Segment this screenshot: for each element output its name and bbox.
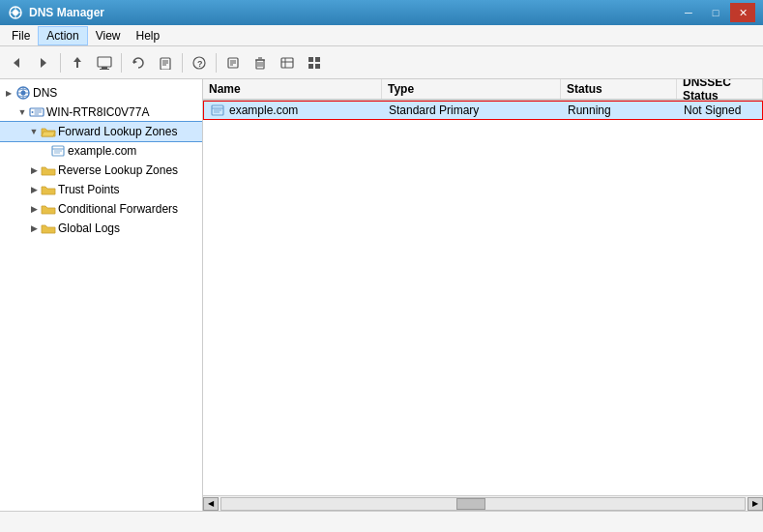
list-header: Name Type Status DNSSEC Status bbox=[203, 79, 763, 101]
tree-arrow-global: ▶ bbox=[27, 223, 41, 233]
folder-icon-conditional bbox=[41, 201, 56, 217]
col-header-dnssec[interactable]: DNSSEC Status bbox=[677, 79, 763, 99]
tree-label-dns: DNS bbox=[33, 86, 57, 100]
scroll-track[interactable] bbox=[220, 497, 746, 511]
menu-view[interactable]: View bbox=[88, 27, 129, 44]
up-button[interactable] bbox=[65, 50, 90, 75]
server-icon bbox=[29, 104, 44, 120]
zone-icon bbox=[50, 143, 66, 159]
maximize-button[interactable]: □ bbox=[703, 3, 728, 22]
toolbar: ? bbox=[0, 46, 763, 79]
dns-icon bbox=[15, 85, 31, 101]
svg-rect-10 bbox=[100, 69, 109, 70]
cell-name-example: example.com bbox=[204, 102, 383, 119]
col-header-status[interactable]: Status bbox=[561, 79, 677, 99]
tree-label-example: example.com bbox=[68, 144, 136, 158]
cell-dnssec-example: Not Signed bbox=[678, 102, 762, 119]
properties-list-button[interactable] bbox=[275, 50, 300, 75]
list-row-example-com[interactable]: example.com Standard Primary Running Not… bbox=[203, 101, 763, 120]
tree-label-server: WIN-RTR8IC0V77A bbox=[46, 105, 149, 119]
row-zone-icon bbox=[210, 103, 225, 118]
menu-help[interactable]: Help bbox=[129, 27, 168, 44]
cell-type-example: Standard Primary bbox=[383, 102, 562, 119]
right-panel: Name Type Status DNSSEC Status bbox=[203, 79, 763, 511]
scroll-right-button[interactable]: ▶ bbox=[748, 497, 763, 511]
svg-rect-12 bbox=[161, 58, 170, 70]
horizontal-scrollbar[interactable]: ◀ ▶ bbox=[203, 495, 763, 511]
tree-item-trust-points[interactable]: ▶ Trust Points bbox=[0, 180, 202, 199]
window-controls: ─ □ ✕ bbox=[676, 3, 755, 22]
tree-label-forward: Forward Lookup Zones bbox=[58, 125, 177, 138]
tree-item-conditional-forwarders[interactable]: ▶ Conditional Forwarders bbox=[0, 199, 202, 219]
tree-arrow-trust: ▶ bbox=[27, 185, 41, 194]
col-header-type[interactable]: Type bbox=[382, 79, 561, 99]
tree-label-reverse: Reverse Lookup Zones bbox=[58, 163, 178, 177]
delete-button[interactable] bbox=[248, 50, 273, 75]
forward-button[interactable] bbox=[31, 50, 56, 75]
tree-arrow-forward: ▼ bbox=[27, 127, 41, 136]
toolbar-separator-2 bbox=[121, 53, 122, 73]
svg-marker-7 bbox=[73, 57, 81, 62]
tree-label-global: Global Logs bbox=[58, 222, 120, 235]
window-title: DNS Manager bbox=[29, 6, 104, 19]
svg-rect-8 bbox=[98, 57, 111, 67]
status-bar bbox=[0, 511, 763, 532]
help-button[interactable]: ? bbox=[187, 50, 212, 75]
properties-button[interactable] bbox=[220, 50, 246, 75]
cell-status-example: Running bbox=[562, 102, 678, 119]
app-icon bbox=[8, 5, 23, 20]
svg-text:?: ? bbox=[197, 59, 203, 69]
menu-action[interactable]: Action bbox=[38, 26, 87, 45]
tree-arrow-reverse: ▶ bbox=[27, 165, 41, 175]
svg-marker-5 bbox=[41, 58, 46, 68]
col-header-name[interactable]: Name bbox=[203, 79, 382, 99]
tree-arrow-server: ▼ bbox=[15, 107, 29, 117]
folder-icon-reverse bbox=[41, 163, 56, 178]
scroll-left-button[interactable]: ◀ bbox=[203, 497, 219, 511]
menu-file[interactable]: File bbox=[4, 27, 38, 44]
tree-item-forward-lookup[interactable]: ▼ Forward Lookup Zones bbox=[0, 122, 202, 141]
tree-item-server[interactable]: ▼ WIN-RTR8IC0V77A bbox=[0, 103, 202, 122]
main-area: ▶ DNS ▼ bbox=[0, 79, 763, 511]
title-bar-left: DNS Manager bbox=[8, 5, 104, 20]
export-button[interactable] bbox=[153, 50, 178, 75]
svg-rect-31 bbox=[308, 57, 313, 62]
tree-item-dns[interactable]: ▶ DNS bbox=[0, 83, 202, 103]
close-button[interactable]: ✕ bbox=[730, 3, 755, 22]
tree-item-example-com[interactable]: example.com bbox=[0, 141, 202, 161]
refresh-button[interactable] bbox=[126, 50, 151, 75]
folder-open-icon bbox=[41, 124, 56, 139]
menu-bar: File Action View Help bbox=[0, 25, 763, 46]
tree-item-reverse-lookup[interactable]: ▶ Reverse Lookup Zones bbox=[0, 161, 202, 180]
show-hide-button[interactable] bbox=[92, 50, 117, 75]
svg-point-40 bbox=[32, 111, 34, 113]
scroll-thumb[interactable] bbox=[456, 498, 485, 510]
svg-rect-9 bbox=[102, 67, 107, 69]
tree-arrow-dns: ▶ bbox=[2, 89, 15, 98]
svg-rect-28 bbox=[281, 58, 293, 68]
tree-panel[interactable]: ▶ DNS ▼ bbox=[0, 79, 203, 511]
back-button[interactable] bbox=[4, 50, 29, 75]
title-bar: DNS Manager ─ □ ✕ bbox=[0, 0, 763, 25]
toolbar-separator-1 bbox=[60, 53, 61, 73]
folder-icon-trust bbox=[41, 182, 56, 197]
tree-arrow-conditional: ▶ bbox=[27, 204, 41, 214]
large-icons-button[interactable] bbox=[302, 50, 327, 75]
minimize-button[interactable]: ─ bbox=[676, 3, 701, 22]
svg-marker-4 bbox=[14, 58, 19, 68]
tree-label-trust: Trust Points bbox=[58, 183, 120, 196]
folder-icon-global bbox=[41, 221, 56, 236]
svg-rect-33 bbox=[308, 64, 313, 69]
toolbar-separator-3 bbox=[182, 53, 183, 73]
svg-rect-32 bbox=[315, 57, 320, 62]
svg-marker-11 bbox=[133, 60, 137, 64]
tree-item-global-logs[interactable]: ▶ Global Logs bbox=[0, 219, 202, 238]
svg-rect-34 bbox=[315, 64, 320, 69]
toolbar-separator-4 bbox=[216, 53, 217, 73]
tree-label-conditional: Conditional Forwarders bbox=[58, 202, 178, 216]
